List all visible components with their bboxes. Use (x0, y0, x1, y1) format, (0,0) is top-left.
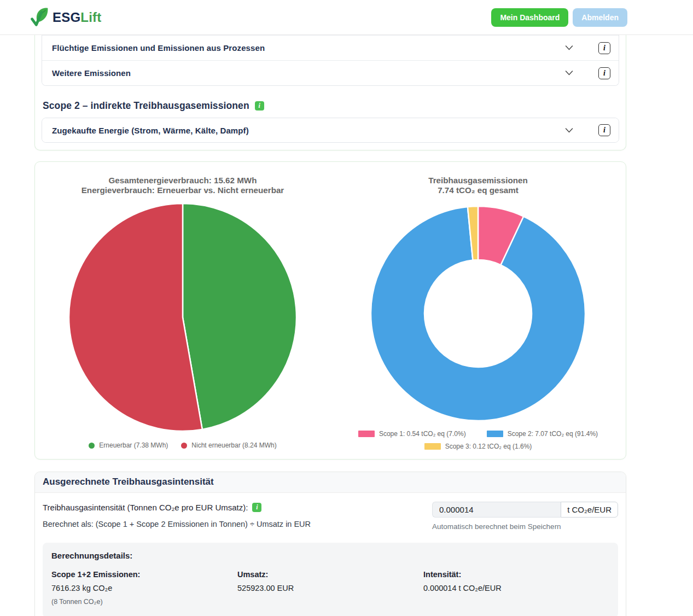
chevron-down-icon (565, 71, 573, 75)
chevron-down-icon (565, 128, 573, 133)
intensity-left: Treibhausgasintensität (Tonnen CO₂e pro … (43, 502, 311, 528)
chart-title-line1: Treibhausgasemissionen (428, 176, 527, 185)
details-note: (8 Tonnen CO₂e) (51, 598, 237, 606)
intensity-value-input[interactable] (432, 502, 561, 518)
doughnut-legend: Scope 1: 0.54 tCO₂ eq (7.0%) Scope 2: 7.… (358, 430, 598, 450)
energy-pie-chart: Gesamtenergieverbrauch: 15.62 MWh Energi… (35, 176, 330, 459)
logo-text: ESGLift (53, 10, 101, 25)
scope-sections-card: Flüchtige Emissionen und Emissionen aus … (34, 35, 626, 150)
info-icon[interactable]: i (598, 42, 610, 54)
info-badge-icon[interactable]: i (255, 101, 264, 111)
intensity-row: Treibhausgasintensität (Tonnen CO₂e pro … (43, 502, 618, 531)
legend-label: Scope 3: 0.12 tCO₂ eq (1.6%) (445, 443, 532, 450)
intensity-label-row: Treibhausgasintensität (Tonnen CO₂e pro … (43, 503, 311, 512)
accordion-zugekaufte-energie[interactable]: Zugekaufte Energie (Strom, Wärme, Kälte,… (42, 118, 619, 142)
accordion-fluechtige-emissionen[interactable]: Flüchtige Emissionen und Emissionen aus … (42, 35, 619, 60)
details-value: 7616.23 kg CO₂e (51, 584, 237, 592)
details-col-umsatz: Umsatz: 525923.00 EUR (237, 570, 423, 606)
info-icon[interactable]: i (598, 124, 610, 136)
intensity-auto-note: Automatisch berechnet beim Speichern (432, 522, 618, 531)
scope2-heading-row: Scope 2 – indirekte Treibhausgasemission… (43, 100, 618, 112)
intensity-unit-addon: t CO₂e/EUR (561, 502, 618, 518)
intensity-section-title: Ausgerechnete Treibhausgasintensität (35, 472, 626, 493)
intensity-body: Treibhausgasintensität (Tonnen CO₂e pro … (35, 493, 626, 616)
charts-card: Gesamtenergieverbrauch: 15.62 MWh Energi… (34, 161, 626, 460)
chart-title: Gesamtenergieverbrauch: 15.62 MWh Energi… (81, 176, 284, 195)
legend-label: Scope 1: 0.54 tCO₂ eq (7.0%) (379, 430, 466, 438)
accordion-label: Weitere Emissionen (52, 68, 565, 78)
legend-item-nicht-erneuerbar[interactable]: Nicht erneuerbar (8.24 MWh) (181, 441, 276, 449)
logo-text-esg: ESG (53, 10, 80, 25)
legend-label: Nicht erneuerbar (8.24 MWh) (191, 441, 276, 449)
intensity-right: t CO₂e/EUR Automatisch berechnet beim Sp… (432, 502, 618, 531)
details-label: Scope 1+2 Emissionen: (51, 570, 237, 579)
intensity-input-group: t CO₂e/EUR (432, 502, 618, 518)
app-header: ESGLift Mein Dashboard Abmelden (0, 0, 693, 35)
info-badge-icon[interactable]: i (252, 503, 261, 512)
intensity-label: Treibhausgasintensität (Tonnen CO₂e pro … (43, 503, 248, 512)
pie-chart-canvas (68, 202, 298, 432)
legend-marker-red (181, 443, 187, 449)
legend-item-scope1[interactable]: Scope 1: 0.54 tCO₂ eq (7.0%) (358, 430, 466, 438)
doughnut-chart-canvas (370, 205, 586, 422)
details-col-intensitaet: Intensität: 0.000014 t CO₂e/EUR (423, 570, 609, 606)
info-icon[interactable]: i (598, 67, 610, 79)
scope2-accordion-group: Zugekaufte Energie (Strom, Wärme, Kälte,… (42, 118, 619, 143)
chart-title-line2: Energieverbrauch: Erneuerbar vs. Nicht e… (81, 185, 284, 195)
scope1-accordion-group: Flüchtige Emissionen und Emissionen aus … (42, 35, 619, 86)
accordion-weitere-emissionen[interactable]: Weitere Emissionen i (42, 60, 619, 85)
details-value: 0.000014 t CO₂e/EUR (423, 584, 609, 592)
accordion-label: Flüchtige Emissionen und Emissionen aus … (52, 43, 565, 53)
esglift-logo: ESGLift (28, 6, 101, 29)
main-content: Flüchtige Emissionen und Emissionen aus … (34, 35, 626, 616)
scope2-heading: Scope 2 – indirekte Treibhausgasemission… (43, 100, 249, 112)
logo-text-lift: Lift (80, 10, 101, 25)
chart-title: Treibhausgasemissionen 7.74 tCO₂ eq gesa… (428, 176, 527, 195)
calculation-details-box: Berechnungsdetails: Scope 1+2 Emissionen… (43, 543, 618, 616)
chart-title-line2: 7.74 tCO₂ eq gesamt (428, 185, 527, 195)
chevron-down-icon (565, 45, 573, 50)
details-label: Intensität: (423, 570, 609, 579)
details-value: 525923.00 EUR (237, 584, 423, 592)
legend-marker-green (89, 443, 95, 449)
details-title: Berechnungsdetails: (51, 551, 609, 560)
legend-marker-blue (487, 431, 503, 437)
legend-marker-pink (358, 431, 375, 437)
header-buttons: Mein Dashboard Abmelden (491, 8, 627, 27)
ghg-doughnut-chart: Treibhausgasemissionen 7.74 tCO₂ eq gesa… (330, 176, 626, 459)
pie-legend: Erneuerbar (7.38 MWh) Nicht erneuerbar (… (89, 441, 276, 449)
leaf-check-icon (28, 6, 51, 29)
legend-label: Scope 2: 7.07 tCO₂ eq (91.4%) (508, 430, 598, 438)
intensity-formula: Berechnet als: (Scope 1 + Scope 2 Emissi… (43, 520, 311, 528)
accordion-label: Zugekaufte Energie (Strom, Wärme, Kälte,… (52, 126, 565, 135)
legend-item-scope2[interactable]: Scope 2: 7.07 tCO₂ eq (91.4%) (487, 430, 598, 438)
details-grid: Scope 1+2 Emissionen: 7616.23 kg CO₂e (8… (51, 570, 609, 606)
legend-item-scope3[interactable]: Scope 3: 0.12 tCO₂ eq (1.6%) (424, 443, 532, 450)
mein-dashboard-button[interactable]: Mein Dashboard (491, 8, 568, 27)
abmelden-button[interactable]: Abmelden (573, 8, 627, 27)
chart-title-line1: Gesamtenergieverbrauch: 15.62 MWh (81, 176, 284, 185)
legend-label: Erneuerbar (7.38 MWh) (99, 441, 168, 449)
legend-item-erneuerbar[interactable]: Erneuerbar (7.38 MWh) (89, 441, 168, 449)
details-label: Umsatz: (237, 570, 423, 579)
legend-marker-yellow (424, 443, 441, 450)
details-col-emissions: Scope 1+2 Emissionen: 7616.23 kg CO₂e (8… (51, 570, 237, 606)
intensity-card: Ausgerechnete Treibhausgasintensität Tre… (34, 472, 626, 616)
